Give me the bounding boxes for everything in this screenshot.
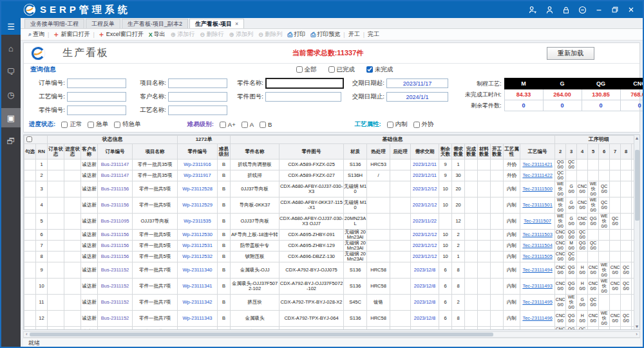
order-no-link[interactable]: Bus-2311156 [98,241,133,252]
checkbox-input[interactable] [387,122,393,128]
part-no-link[interactable]: Wp-23111341 [178,279,218,295]
vertical-scrollbar[interactable]: ▲ ▼ [634,135,639,329]
column-header-零件图号[interactable]: 零件图号 [279,144,344,160]
tab-业务接单明细-工程[interactable]: 业务接单明细-工程 [24,19,84,28]
tec-no-link[interactable]: Tec-23111500 [520,181,555,197]
order-no-link[interactable]: Bus-2311147 [98,160,133,170]
op-column-header-4[interactable]: 4 [577,144,588,160]
horizontal-scrollbar[interactable]: ‹ › [23,331,640,338]
project-input[interactable] [168,78,227,88]
order-no-link[interactable]: Bus-2311156 [98,252,133,262]
checkbox-input[interactable] [366,66,373,73]
tab-close-icon[interactable]: × [235,21,238,27]
tec-no-link[interactable]: Tec-23111422 [520,170,555,181]
tec-no-link[interactable]: Tec-23111496 [520,311,555,327]
hamburger-menu-icon[interactable]: ☰ [1,18,21,35]
op-column-header-8[interactable]: 8 [621,144,632,160]
part-no-link[interactable]: Wp-23112531 [178,241,218,252]
column-header-订单编号[interactable]: 订单编号 [98,144,133,160]
toolbar-Excel窗口打开[interactable]: ＋Excel窗口打开 [95,30,146,39]
order-no-link[interactable]: Bus-2311152 [98,311,133,327]
tab-工程反单[interactable]: 工程反单 [86,19,120,28]
part-no-link[interactable]: Wp-23112530 [178,230,218,241]
part-no-link[interactable]: Wp-2311535 [178,214,218,230]
column-header-零件编号[interactable]: 零件编号 [178,144,218,160]
toolbar-完工[interactable]: 完工 [365,30,382,39]
column-header-客户名称[interactable]: 客户名称 [81,144,98,160]
tec-no-link[interactable]: Tec-23111497 [520,327,555,330]
lock-icon[interactable] [562,6,570,14]
order-no-link[interactable]: Bus-2311095 [98,214,133,230]
maximize-icon[interactable] [611,6,619,14]
column-header-后处理[interactable]: 后处理 [390,144,411,160]
order-no-link[interactable]: Bus-2311152 [98,262,133,279]
close-icon[interactable] [627,6,635,14]
query-section-label[interactable]: 查询信息 [30,65,56,74]
tec-no-link[interactable]: Tec-23111501 [520,197,555,214]
op-column-header-5[interactable]: 5 [588,144,599,160]
tec-no-link[interactable]: Tec-23111421 [520,160,555,170]
checkbox-input[interactable] [260,122,266,128]
row-check-cell[interactable] [24,230,36,241]
column-header-项目名称[interactable]: 项目名称 [133,144,178,160]
tec-no-link[interactable]: Tec-23111494 [520,262,555,279]
checkbox-input[interactable] [413,122,420,128]
table-row[interactable]: 8正常诚达新Bus-2311156零件一批共5项Wp-23112532B铍附压板… [24,252,634,262]
tec-no-link[interactable]: Tec-23111505 [520,252,555,262]
filter-checkbox-外协[interactable]: 外协 [413,120,434,129]
part-no-link[interactable]: Wp-2311917 [178,170,218,181]
order-no-link[interactable]: Bus-2311152 [98,295,133,311]
filter-checkbox-正常[interactable]: 正常 [61,120,82,129]
column-header-需求数量[interactable]: 需求数量 [452,144,465,160]
part-no-link[interactable]: Wp-23111340 [178,262,218,279]
toolbar-打印[interactable]: ⎙打印 [285,30,308,39]
table-row[interactable]: 9正常诚达新Bus-2311152零件一批共7项Wp-23111340B金属吸头… [24,262,634,279]
column-header-热处理[interactable]: 热处理 [367,144,390,160]
toolbar-开工[interactable]: 开工 [346,30,363,39]
part-no-link[interactable]: Wp-23111343 [178,311,218,327]
checkbox-input[interactable] [296,66,303,73]
filter-checkbox-B[interactable]: B [260,121,272,128]
tec-no-link[interactable]: Tec-2311507 [520,214,555,230]
circle-minus-icon[interactable] [578,6,587,14]
table-row[interactable]: 5正常诚达新Bus-2311095OJJ37导向板Wp-2311535BOJJ3… [24,214,634,230]
filter-checkbox-急单[interactable]: 急单 [88,120,108,129]
scroll-down-icon[interactable]: ▼ [635,324,639,329]
column-header-材质[interactable]: 材质 [344,144,367,160]
row-check-cell[interactable] [24,197,36,214]
scroll-up-icon[interactable]: ▲ [635,135,639,141]
craft-no-input[interactable] [67,92,126,102]
minimize-icon[interactable] [595,6,603,14]
customer-input[interactable] [168,92,227,102]
table-row[interactable]: 6正常诚达新Bus-2311156零件一批共5项Wp-23112530BAF导向… [24,230,634,241]
checkbox-input[interactable] [242,122,248,128]
table-row[interactable]: 13正常诚达新Bus-2311152零件一批共7项Wp-23111344B延伸板… [24,327,634,330]
tec-no-link[interactable]: Tec-23111504 [520,241,555,252]
table-row[interactable]: 10正常诚达新Bus-2311152零件一批共7项Wp-23111341B金属吸… [24,279,634,295]
op-column-header-2[interactable]: 2 [555,144,566,160]
part-no-link[interactable]: Wp-23112528 [178,181,218,197]
part-no-link[interactable]: Wp-2311916 [178,160,218,170]
column-header-工艺编号[interactable]: 工艺编号 [520,144,555,160]
row-check-cell[interactable] [24,214,36,230]
home-icon[interactable]: ⌂ [1,39,21,58]
checkbox-input[interactable] [88,122,94,128]
filter-checkbox-A+[interactable]: A+ [220,121,236,128]
column-header-订单状态[interactable]: 订单状态 [48,144,64,160]
toolbar-新窗口打开[interactable]: ＋新窗口打开 [50,30,92,39]
layers-icon[interactable]: 🗗 [1,131,21,151]
row-check-cell[interactable] [24,241,36,252]
toolbar-导出[interactable]: X导出 [146,30,168,39]
clock-icon[interactable]: ◷ [1,85,21,104]
filter-checkbox-已完成[interactable]: 已完成 [328,66,355,74]
checkbox-input[interactable] [220,122,226,128]
filter-checkbox-全部[interactable]: 全部 [296,66,317,74]
cube-icon[interactable]: ▣ [1,108,21,127]
tec-no-link[interactable]: Tec-23111495 [520,295,555,311]
row-check-cell[interactable] [24,279,36,295]
order-no-link[interactable]: Bus-2311152 [98,327,133,330]
row-check-cell[interactable] [24,181,36,197]
drawing-no-input[interactable] [265,92,341,102]
column-header-勾选[interactable]: 勾选 [24,144,36,160]
column-header-RN[interactable]: RN [36,144,48,160]
